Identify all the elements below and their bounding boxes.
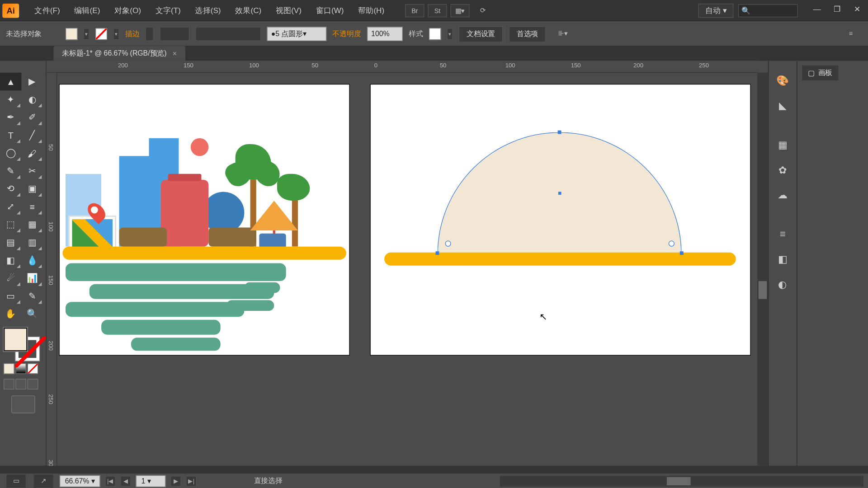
fill-stroke-control[interactable] bbox=[4, 328, 39, 361]
menu-effect[interactable]: 效果(C) bbox=[228, 5, 269, 16]
doc-setup-button[interactable]: 文档设置 bbox=[459, 26, 503, 42]
reflect-tool[interactable]: ▣ bbox=[21, 180, 42, 198]
hand-tool[interactable]: ✋ bbox=[0, 305, 21, 323]
free-transform-tool[interactable]: ⬚ bbox=[0, 216, 21, 234]
menu-object[interactable]: 对象(O) bbox=[107, 5, 148, 16]
pencil-tool[interactable]: ✎ bbox=[0, 162, 21, 180]
brush-tool[interactable]: 🖌 bbox=[21, 144, 42, 162]
slice-tool[interactable]: ✎ bbox=[21, 287, 42, 305]
ellipse-tool[interactable]: ◯ bbox=[0, 144, 21, 162]
perspective-tool[interactable]: ▤ bbox=[0, 234, 21, 252]
transparency-panel-icon[interactable]: ◐ bbox=[775, 277, 790, 292]
zoom-tool[interactable]: 🔍 bbox=[21, 305, 42, 323]
stock-icon[interactable]: St bbox=[428, 4, 447, 17]
gradient-panel-icon[interactable]: ◧ bbox=[775, 251, 790, 267]
artboard-tool[interactable]: ▭ bbox=[0, 287, 21, 305]
menu-edit[interactable]: 编辑(E) bbox=[67, 5, 107, 16]
stroke-drop[interactable]: ▾ bbox=[113, 28, 119, 40]
stroke-weight-spinner[interactable] bbox=[146, 27, 154, 41]
art-water bbox=[101, 320, 221, 335]
next-artboard-button[interactable]: ▶ bbox=[170, 475, 181, 486]
menu-file[interactable]: 文件(F) bbox=[28, 5, 67, 16]
eyedropper-tool[interactable]: 💧 bbox=[21, 251, 42, 269]
anchor-point[interactable] bbox=[680, 251, 684, 255]
status-icon[interactable]: ▭ bbox=[6, 474, 25, 488]
minimize-button[interactable]: — bbox=[809, 5, 826, 16]
last-artboard-button[interactable]: ▶| bbox=[186, 475, 197, 486]
stroke-weight-field[interactable] bbox=[160, 27, 189, 41]
color-panel-icon[interactable]: 🎨 bbox=[775, 73, 790, 88]
panel-menu-icon[interactable]: ≡ bbox=[841, 28, 860, 41]
type-tool[interactable]: T bbox=[0, 126, 21, 144]
rotate-tool[interactable]: ⟲ bbox=[0, 180, 21, 198]
stroke-profile-combo[interactable]: ● 5 点圆形 ▾ bbox=[267, 27, 326, 41]
align-icon[interactable]: ⊪▾ bbox=[553, 28, 572, 41]
brushes-panel-icon[interactable]: ✿ bbox=[775, 162, 790, 177]
menu-help[interactable]: 帮助(H) bbox=[351, 5, 392, 16]
search-input[interactable]: 🔍 bbox=[738, 4, 798, 17]
mesh-tool[interactable]: ▥ bbox=[21, 234, 42, 252]
menu-window[interactable]: 窗口(W) bbox=[309, 5, 351, 16]
style-swatch[interactable] bbox=[429, 28, 441, 40]
brush-combo[interactable] bbox=[195, 27, 261, 41]
arrange-docs-icon[interactable]: ▦▾ bbox=[450, 4, 469, 17]
corner-widget[interactable] bbox=[445, 240, 451, 246]
close-button[interactable]: ✕ bbox=[849, 5, 866, 16]
gradient-tool[interactable]: ◧ bbox=[0, 251, 21, 269]
scrollbar-vertical[interactable] bbox=[757, 73, 768, 466]
ruler-horizontal[interactable]: 20015010050050100150200250 bbox=[47, 61, 757, 72]
draw-normal-icon[interactable] bbox=[4, 379, 14, 389]
width-tool[interactable]: ≡ bbox=[21, 198, 42, 216]
ruler-vertical[interactable]: 50100150200250300 bbox=[47, 73, 57, 466]
color-mode-icon[interactable] bbox=[4, 363, 14, 374]
artboards-panel-tab[interactable]: ▢ 画板 bbox=[802, 66, 838, 80]
graph-tool[interactable]: 📊 bbox=[21, 269, 42, 287]
scissors-tool[interactable]: ✂ bbox=[21, 162, 42, 180]
art-water bbox=[66, 302, 244, 317]
bridge-icon[interactable]: Br bbox=[405, 4, 424, 17]
opacity-field[interactable]: 100% bbox=[367, 27, 403, 41]
line-tool[interactable]: ╱ bbox=[21, 126, 42, 144]
preferences-button[interactable]: 首选项 bbox=[509, 26, 546, 42]
stroke-panel-icon[interactable]: ≡ bbox=[775, 226, 790, 242]
scale-tool[interactable]: ⤢ bbox=[0, 198, 21, 216]
close-tab-icon[interactable]: × bbox=[173, 49, 177, 57]
style-drop[interactable]: ▾ bbox=[447, 28, 453, 40]
symbols-panel-icon[interactable]: ☁ bbox=[775, 187, 790, 202]
fill-swatch[interactable] bbox=[66, 28, 77, 40]
magic-wand-tool[interactable]: ✦ bbox=[0, 90, 21, 108]
canvas[interactable]: 20015010050050100150200250 5010015020025… bbox=[47, 61, 768, 465]
fill-color-icon[interactable] bbox=[4, 328, 28, 352]
corner-widget[interactable] bbox=[669, 240, 675, 246]
draw-inside-icon[interactable] bbox=[28, 379, 38, 389]
artboard-nav-field[interactable]: 1 ▾ bbox=[136, 475, 166, 487]
lasso-tool[interactable]: ◐ bbox=[21, 90, 42, 108]
color-guide-icon[interactable]: ◣ bbox=[775, 98, 790, 113]
first-artboard-button[interactable]: |◀ bbox=[105, 475, 116, 486]
anchor-point[interactable] bbox=[435, 251, 439, 255]
draw-behind-icon[interactable] bbox=[15, 379, 26, 389]
selection-tool[interactable]: ▲ bbox=[0, 73, 21, 91]
swatches-panel-icon[interactable]: ▦ bbox=[775, 137, 790, 152]
shape-builder-tool[interactable]: ▦ bbox=[21, 216, 42, 234]
fill-drop[interactable]: ▾ bbox=[84, 28, 90, 40]
screen-mode-icon[interactable] bbox=[11, 395, 35, 413]
stroke-swatch[interactable] bbox=[95, 28, 107, 40]
symbol-tool[interactable]: ☄ bbox=[0, 269, 21, 287]
sync-icon[interactable]: ⟳ bbox=[473, 4, 492, 17]
restore-button[interactable]: ❐ bbox=[829, 5, 845, 16]
menu-view[interactable]: 视图(V) bbox=[269, 5, 309, 16]
direct-selection-tool[interactable]: ▶ bbox=[21, 73, 42, 91]
prev-artboard-button[interactable]: ◀ bbox=[120, 475, 131, 486]
curvature-tool[interactable]: ✐ bbox=[21, 108, 42, 127]
zoom-field[interactable]: 66.67% ▾ bbox=[60, 475, 100, 487]
menu-type[interactable]: 文字(T) bbox=[148, 5, 188, 16]
menu-select[interactable]: 选择(S) bbox=[188, 5, 228, 16]
document-tab[interactable]: 未标题-1* @ 66.67% (RGB/预览) × bbox=[54, 46, 185, 61]
control-bar: 未选择对象 ▾ ▾ 描边 ● 5 点圆形 ▾ 不透明度 100% 样式 ▾ 文档… bbox=[0, 21, 868, 46]
anchor-point[interactable] bbox=[558, 131, 561, 134]
workspace-select[interactable]: 自动 ▾ bbox=[698, 3, 733, 18]
export-icon[interactable]: ↗ bbox=[34, 474, 53, 488]
pen-tool[interactable]: ✒ bbox=[0, 108, 21, 127]
scrollbar-horizontal[interactable] bbox=[500, 475, 863, 486]
